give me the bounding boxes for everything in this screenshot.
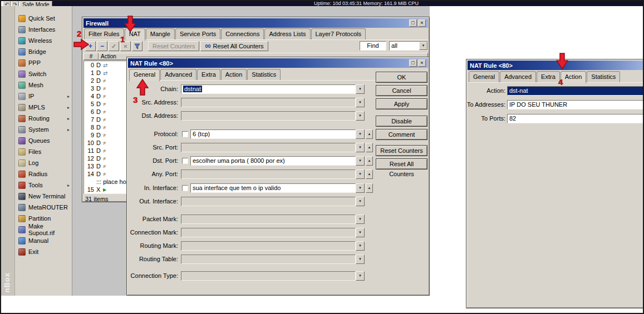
tab-action[interactable]: Action [561, 71, 587, 83]
routing-mark-field[interactable] [181, 241, 356, 251]
dst-port-field[interactable]: escolher uma porta ( 8000 por ex) [190, 156, 356, 166]
chevron-down-icon[interactable]: ▼ [419, 42, 427, 50]
in-interface-up-toggle[interactable]: ▲ [366, 183, 373, 193]
sidebar-item-mpls[interactable]: MPLS ▸ [15, 102, 72, 113]
close-button[interactable]: × [418, 19, 426, 27]
sidebar-item-metarouter[interactable]: MetaROUTER [15, 202, 72, 213]
remove-rule-button[interactable]: − [97, 41, 107, 51]
src-address-field[interactable] [181, 98, 356, 107]
filter-button[interactable] [132, 41, 142, 51]
packet-mark-dropdown-button[interactable]: ▼ [356, 215, 365, 224]
any-port-field[interactable] [181, 170, 356, 179]
connection-type-field[interactable] [181, 271, 356, 281]
sidebar-item-bridge[interactable]: Bridge [15, 46, 72, 57]
dst-port-label: Dst. Port: [127, 156, 178, 166]
sidebar-item-files[interactable]: Files [15, 146, 72, 157]
src-address-dropdown-button[interactable]: ▼ [356, 98, 365, 107]
sidebar-item-queues[interactable]: Queues [15, 135, 72, 146]
protocol-checkbox[interactable] [182, 131, 188, 137]
protocol-field[interactable]: 6 (tcp) [190, 129, 356, 139]
sidebar-item-manual[interactable]: Manual [15, 235, 72, 246]
tab-general[interactable]: General [469, 71, 499, 82]
connection-type-dropdown-button[interactable]: ▼ [356, 271, 365, 281]
src-port-dropdown-button[interactable]: ▼ [356, 143, 365, 152]
protocol-up-toggle[interactable]: ▲ [366, 129, 373, 139]
src-port-field[interactable] [181, 143, 356, 152]
sidebar-item-mesh[interactable]: Mesh [15, 79, 72, 91]
reset-all-counters-button[interactable]: 00 Reset All Counters [200, 41, 268, 51]
sidebar-item-switch[interactable]: Switch [15, 68, 72, 79]
sidebar-item-system[interactable]: System ▸ [15, 124, 72, 135]
maximize-button[interactable]: □ [409, 19, 417, 27]
sidebar-item-new-terminal[interactable]: New Terminal [15, 191, 72, 202]
tab-filter-rules[interactable]: Filter Rules [84, 28, 124, 39]
any-port-dropdown-button[interactable]: ▼ [356, 170, 365, 179]
tab-extra[interactable]: Extra [197, 69, 220, 80]
src-port-up-toggle[interactable]: ▲ [366, 143, 373, 152]
find-button[interactable]: Find [360, 41, 386, 51]
reset-counters-button[interactable]: Reset Counters [148, 41, 199, 51]
in-interface-dropdown-button[interactable]: ▼ [356, 183, 365, 193]
sidebar-item-tools[interactable]: Tools ▸ [15, 180, 72, 191]
reset-all-counters-button[interactable]: Reset All Counters [376, 158, 427, 170]
tab-connections[interactable]: Connections [221, 28, 264, 39]
tab-statistics[interactable]: Statistics [587, 71, 620, 82]
dst-port-checkbox[interactable] [182, 158, 188, 164]
routing-mark-dropdown-button[interactable]: ▼ [356, 241, 365, 251]
routing-table-dropdown-button[interactable]: ▼ [356, 255, 365, 264]
out-interface-dropdown-button[interactable]: ▼ [356, 197, 365, 206]
apply-button[interactable]: Apply [376, 98, 427, 109]
tab-extra[interactable]: Extra [537, 71, 560, 82]
rule-flag: D [96, 85, 101, 92]
sidebar-item-radius[interactable]: Radius [15, 168, 72, 180]
sidebar-item-ppp[interactable]: PPP [15, 57, 72, 68]
comment-button[interactable]: Comment [376, 129, 427, 140]
tab-mangle[interactable]: Mangle [146, 28, 175, 39]
tab-advanced[interactable]: Advanced [500, 71, 536, 82]
column-header-num[interactable]: # [83, 53, 99, 60]
dst-port-up-toggle[interactable]: ▲ [366, 156, 373, 166]
to-addresses-field[interactable]: IP DO SEU THUNER [507, 100, 644, 109]
dst-address-dropdown-button[interactable]: ▼ [356, 111, 365, 121]
connection-mark-dropdown-button[interactable]: ▼ [356, 228, 365, 237]
sidebar-item-ip[interactable]: IP ▸ [15, 91, 72, 102]
enable-rule-button[interactable]: ✓ [109, 41, 119, 51]
sidebar-item-exit[interactable]: Exit [15, 246, 72, 257]
routing-table-field[interactable] [181, 255, 356, 264]
cancel-button[interactable]: Cancel [376, 85, 427, 96]
rule-action-icon: ≠ [103, 78, 106, 84]
sidebar-item-label: Manual [28, 237, 48, 244]
sidebar-item-interfaces[interactable]: Interfaces [15, 24, 72, 35]
sidebar-item-log[interactable]: Log [15, 157, 72, 168]
connection-mark-field[interactable] [181, 228, 356, 237]
sidebar-item-partition[interactable]: Partition [15, 213, 72, 224]
sidebar-item-wireless[interactable]: Wireless [15, 35, 72, 46]
in-interface-checkbox[interactable] [182, 185, 188, 191]
packet-mark-field[interactable] [181, 215, 356, 224]
tab-address-lists[interactable]: Address Lists [264, 28, 310, 39]
action-field[interactable]: dst-nat [507, 86, 644, 96]
dst-address-field[interactable] [181, 111, 356, 121]
to-ports-field[interactable]: 82 [507, 114, 644, 123]
chain-dropdown-button[interactable]: ▼ [356, 84, 365, 94]
maximize-button[interactable]: □ [409, 59, 417, 67]
dst-port-dropdown-button[interactable]: ▼ [356, 156, 365, 166]
filter-select[interactable]: all ▼ [389, 41, 428, 51]
tab-action[interactable]: Action [221, 69, 247, 80]
tab-layer7-protocols[interactable]: Layer7 Protocols [311, 28, 366, 39]
tab-advanced[interactable]: Advanced [160, 69, 196, 80]
protocol-dropdown-button[interactable]: ▼ [356, 129, 365, 139]
out-interface-field[interactable] [181, 197, 356, 206]
sidebar-item-quick-set[interactable]: Quick Set [15, 13, 72, 24]
in-interface-field[interactable]: sua interface que tem o ip valido [190, 183, 356, 193]
close-button[interactable]: × [418, 59, 426, 67]
chain-field[interactable]: dstnat [181, 84, 356, 94]
disable-button[interactable]: Disable [376, 116, 427, 127]
sidebar-item-make-supout[interactable]: Make Supout.rif [15, 224, 72, 235]
ok-button[interactable]: OK [376, 72, 427, 83]
reset-counters-button[interactable]: Reset Counters [376, 145, 427, 156]
sidebar-item-routing[interactable]: Routing ▸ [15, 113, 72, 124]
tab-service-ports[interactable]: Service Ports [175, 28, 220, 39]
any-port-up-toggle[interactable]: ▲ [366, 170, 373, 179]
tab-statistics[interactable]: Statistics [247, 69, 281, 80]
